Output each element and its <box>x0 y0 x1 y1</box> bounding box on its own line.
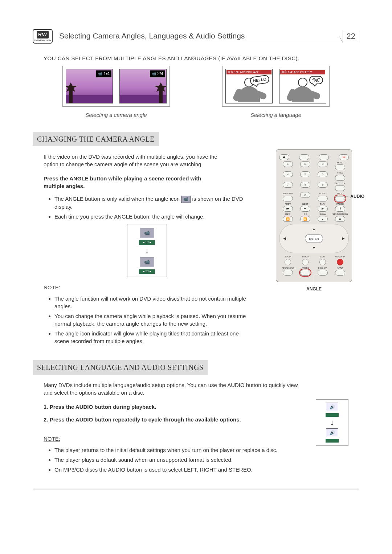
angle-btn-label: ANGLE <box>302 266 309 269</box>
intro-text: YOU CAN SELECT FROM MULTIPLE ANGLES AND … <box>44 54 359 62</box>
num-2-button[interactable]: 2 <box>300 161 310 167</box>
menu-button[interactable] <box>335 164 345 170</box>
section1-note-2: You can change the camera angle while pl… <box>54 312 250 327</box>
random-label: RANDOM <box>283 192 293 195</box>
angle-change-diagram: 📹 ■ 1/2 ■ ↓ 📹 ■ 2/2 ■ <box>127 224 167 277</box>
page-number: 22 <box>343 30 359 43</box>
num-0-button[interactable]: 0 <box>300 192 310 198</box>
ff-button[interactable]: ⏩ <box>300 216 310 222</box>
language-illustration-box: 声音 1/4: AC3 2CH 英文 HELLO 声音 1/4: AC3 2CH… <box>222 66 330 107</box>
subtitle-label: SUBTITLE <box>335 182 346 185</box>
angle-thumbnail-2: 2/4 <box>119 69 167 103</box>
num-7-button[interactable]: 7 <box>283 182 293 188</box>
speaker-english: 声音 1/4: AC3 2CH 英文 HELLO <box>225 69 273 103</box>
speaker-icon-top <box>326 403 338 411</box>
remote-control-diagram: ⏏ ⏻ 1 2 3 MENU 4 5 6 TITLE 7 8 9 SUB <box>269 149 359 282</box>
title-bar: Selecting Camera Angles, Languages & Aud… <box>59 29 359 43</box>
section1-notes: The angle function will not work on DVD … <box>54 295 250 345</box>
stop-label: STOP/RETURN <box>332 213 348 216</box>
bottom-rule <box>33 489 359 489</box>
power-button[interactable]: ⏻ <box>339 154 349 160</box>
slow-label: SLOW <box>319 213 326 216</box>
angle-thumbnail-1: 1/4 <box>66 69 113 103</box>
section2-steps: Press the AUDIO button during playback. … <box>44 403 359 423</box>
illustration-row: 1/4 2/4 Selecting a camera angle 声音 1/4:… <box>44 66 348 119</box>
audio-diagram-bar-top <box>326 413 339 417</box>
section-heading-angle: CHANGING THE CAMERA ANGLE <box>33 132 159 146</box>
num-6-button[interactable]: 6 <box>318 171 328 177</box>
remote-btn-blank2[interactable] <box>319 154 329 160</box>
dpad[interactable]: ▲ ▼ ◀ ▶ ENTER <box>279 224 349 253</box>
section1-paragraph: If the video on the DVD was recorded wit… <box>44 153 218 168</box>
angle-diagram-icon-top: 📹 <box>140 228 154 238</box>
section1-bullet-2: Each time you press the ANGLE button, th… <box>54 213 250 220</box>
zoom-button[interactable] <box>285 259 291 265</box>
audio-cycle-diagram: ↓ <box>316 399 348 446</box>
menu-label: MENU <box>337 161 343 164</box>
speech-bubble-chinese: 你好 <box>309 76 323 84</box>
angle-diagram-icon-bottom: 📹 <box>140 257 154 267</box>
speech-bubble-english: HELLO <box>249 74 270 86</box>
timer-button[interactable] <box>302 259 309 265</box>
angle-overlay-2: 2/4 <box>150 70 165 77</box>
section1-bullet-1: The ANGLE button is only valid when the … <box>54 195 250 211</box>
section1-two-column: If the video on the DVD was recorded wit… <box>33 153 359 347</box>
record-button[interactable] <box>337 259 343 265</box>
num-8-button[interactable]: 8 <box>300 182 310 188</box>
angle-diagram-label-bottom: ■ 2/2 ■ <box>139 269 155 274</box>
input-button[interactable] <box>335 270 345 276</box>
next-button[interactable]: ⏭ <box>300 206 310 212</box>
input-label: INPUT <box>337 266 343 269</box>
angle-button[interactable] <box>300 270 310 276</box>
pause-button[interactable]: ⏸ <box>335 206 345 212</box>
remote-btn-blank1[interactable] <box>299 154 309 160</box>
num-1-button[interactable]: 1 <box>283 161 293 167</box>
page-title: Selecting Camera Angles, Languages & Aud… <box>59 30 245 42</box>
audio-track-bar-2: 声音 1/4: AC3 2CH 中文 <box>280 70 325 74</box>
prev-label: PREV <box>285 203 291 205</box>
rew-button[interactable]: ⏪ <box>283 216 293 222</box>
step-1: Press the AUDIO button during playback. <box>44 403 359 411</box>
slow-button[interactable]: ▸ <box>318 216 328 222</box>
edit-button[interactable] <box>319 259 326 265</box>
addclear-button[interactable] <box>283 270 293 276</box>
rw-badge-top: RW <box>37 31 49 39</box>
goto-button[interactable] <box>318 196 328 201</box>
speaker-chinese: 声音 1/4: AC3 2CH 中文 你好 <box>279 69 326 103</box>
prev-button[interactable]: ⏮ <box>283 206 293 212</box>
rw-badge-icon: RW DVD+ReWritable <box>33 29 53 44</box>
num-4-button[interactable]: 4 <box>283 171 293 177</box>
num-5-button[interactable]: 5 <box>300 171 310 177</box>
section2-notes: The player returns to the initial defaul… <box>54 446 338 473</box>
angle-callout: ANGLE <box>306 286 322 292</box>
zoom-label: ZOOM <box>285 255 291 258</box>
section1-instruction: Press the ANGLE button while playing a s… <box>44 175 218 190</box>
dpad-down-icon[interactable]: ▼ <box>312 245 316 250</box>
ff-label: F.F <box>304 213 307 216</box>
enter-button[interactable]: ENTER <box>305 234 323 243</box>
rew-label: REW <box>285 213 290 216</box>
title-button[interactable] <box>335 175 345 181</box>
angle-illustration-column: 1/4 2/4 Selecting a camera angle <box>44 66 189 119</box>
edit-label: EDIT <box>320 255 325 258</box>
dpad-up-icon[interactable]: ▲ <box>312 227 316 232</box>
dpad-left-icon[interactable]: ◀ <box>283 236 286 241</box>
random-button[interactable] <box>283 196 293 201</box>
down-arrow-icon: ↓ <box>145 247 149 255</box>
down-arrow-icon-2: ↓ <box>330 419 334 427</box>
audio-callout: AUDIO <box>350 194 364 200</box>
section1-note-3: The angle icon indicator will glow while… <box>54 330 250 345</box>
discop-button[interactable] <box>318 270 328 276</box>
subtitle-button[interactable] <box>335 185 345 191</box>
goto-label: GO TO <box>319 192 326 195</box>
dpad-right-icon[interactable]: ▶ <box>342 236 345 241</box>
section1-note-1: The angle function will not work on DVD … <box>54 295 250 310</box>
pause-label: PAUSE <box>336 203 344 205</box>
stop-button[interactable]: ■ <box>335 216 345 222</box>
num-3-button[interactable]: 3 <box>318 161 328 167</box>
num-9-button[interactable]: 9 <box>318 182 328 188</box>
play-button[interactable]: ▶ <box>318 206 328 212</box>
eject-button[interactable]: ⏏ <box>279 154 289 160</box>
angle-overlay-1: 1/4 <box>96 70 111 77</box>
next-label: NEXT <box>302 203 308 205</box>
